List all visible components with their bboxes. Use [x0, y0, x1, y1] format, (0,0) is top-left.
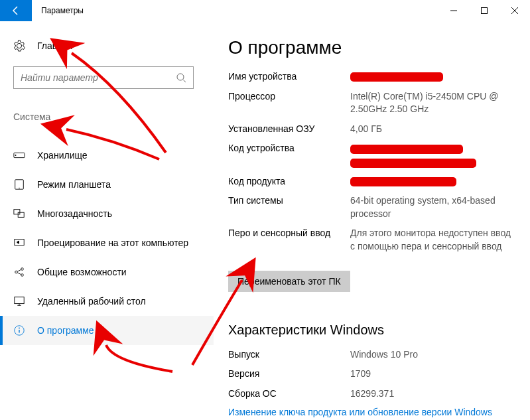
- svg-line-16: [17, 269, 21, 271]
- windows-specs-title: Характеристики Windows: [228, 322, 517, 338]
- spec-label: Код устройства: [228, 142, 350, 168]
- svg-point-4: [177, 74, 184, 80]
- spec-label: Перо и сенсорный ввод: [228, 227, 350, 253]
- spec-product-id: Код продукта: [228, 175, 517, 188]
- main: О программе Имя устройства Процессор Int…: [214, 21, 530, 420]
- spec-system-type: Тип системы 64-bit operating system, x64…: [228, 194, 517, 220]
- svg-point-14: [21, 268, 24, 271]
- spec-label: Процессор: [228, 90, 350, 116]
- svg-line-5: [183, 80, 186, 82]
- page-title: О программе: [228, 37, 517, 58]
- sidebar-item-label: О программе: [37, 325, 94, 336]
- svg-rect-11: [18, 212, 24, 217]
- svg-rect-10: [14, 210, 20, 214]
- change-product-key-link[interactable]: Изменение ключа продукта или обновление …: [228, 407, 517, 417]
- spec-label: Версия: [228, 368, 350, 381]
- search-input[interactable]: [21, 72, 176, 83]
- home-link[interactable]: Главная: [0, 35, 214, 57]
- spec-edition: Выпуск Windows 10 Pro: [228, 348, 517, 362]
- sidebar-item-projecting[interactable]: Проецирование на этот компьютер: [0, 228, 214, 257]
- search-icon: [176, 72, 186, 83]
- svg-point-7: [15, 155, 17, 156]
- spec-build: Сборка ОС 16299.371: [228, 387, 517, 401]
- titlebar: Параметры: [0, 0, 530, 21]
- remote-icon: [13, 295, 25, 307]
- sidebar-item-label: Хранилище: [37, 150, 88, 161]
- spec-value: Intel(R) Core(TM) i5-2450M CPU @ 2.50GHz…: [350, 90, 517, 116]
- spec-version: Версия 1709: [228, 368, 517, 381]
- sidebar-item-label: Общие возможности: [37, 267, 127, 277]
- spec-value: 64-bit operating system, x64-based proce…: [350, 194, 517, 220]
- svg-point-13: [15, 271, 18, 273]
- spec-ram: Установленная ОЗУ 4,00 ГБ: [228, 123, 517, 136]
- spec-value: 1709: [350, 368, 517, 381]
- sidebar-item-shared[interactable]: Общие возможности: [0, 257, 214, 287]
- close-icon: [511, 7, 518, 14]
- project-icon: [13, 237, 25, 249]
- minimize-icon: [450, 7, 457, 14]
- spec-value-redacted: [350, 142, 517, 168]
- maximize-button[interactable]: [469, 0, 499, 21]
- spec-label: Установленная ОЗУ: [228, 123, 350, 136]
- spec-value: Для этого монитора недоступен ввод с пом…: [350, 227, 517, 253]
- sidebar-item-label: Проецирование на этот компьютер: [37, 238, 188, 248]
- svg-rect-1: [482, 8, 488, 14]
- spec-value: 16299.371: [350, 387, 517, 401]
- spec-label: Тип системы: [228, 194, 350, 220]
- multitask-icon: [13, 208, 25, 220]
- sidebar-item-about[interactable]: О программе: [0, 316, 214, 345]
- arrow-left-icon: [11, 5, 21, 16]
- svg-point-23: [19, 328, 20, 329]
- spec-label: Сборка ОС: [228, 387, 350, 401]
- window-controls: [438, 0, 530, 21]
- minimize-button[interactable]: [438, 0, 469, 21]
- spec-device-id: Код устройства: [228, 142, 517, 168]
- home-label: Главная: [37, 40, 72, 51]
- rename-button[interactable]: Переименовать этот ПК: [228, 271, 350, 292]
- storage-icon: [13, 149, 25, 161]
- sidebar-item-label: Многозадачность: [37, 208, 112, 219]
- sidebar-item-multitask[interactable]: Многозадачность: [0, 199, 214, 228]
- maximize-icon: [481, 7, 488, 14]
- spec-value: Windows 10 Pro: [350, 348, 517, 362]
- spec-pen: Перо и сенсорный ввод Для этого монитора…: [228, 227, 517, 253]
- window-title: Параметры: [41, 6, 84, 15]
- sidebar-item-label: Удаленный рабочий стол: [37, 296, 146, 307]
- spec-label: Имя устройства: [228, 70, 350, 84]
- spec-value-redacted: [350, 175, 517, 188]
- sidebar: Главная Система Хранилище Режим планшета…: [0, 21, 214, 420]
- spec-label: Выпуск: [228, 348, 350, 362]
- sidebar-item-tablet[interactable]: Режим планшета: [0, 170, 214, 199]
- spec-label: Код продукта: [228, 175, 350, 188]
- gear-icon: [13, 40, 25, 52]
- spec-device-name: Имя устройства: [228, 70, 517, 84]
- svg-rect-18: [15, 297, 24, 304]
- svg-point-15: [21, 274, 24, 277]
- svg-line-17: [17, 273, 21, 275]
- tablet-icon: [13, 178, 25, 190]
- sidebar-item-storage[interactable]: Хранилище: [0, 141, 214, 170]
- category-label: Система: [13, 111, 214, 122]
- close-button[interactable]: [499, 0, 530, 21]
- info-icon: [13, 324, 25, 336]
- sidebar-item-remote[interactable]: Удаленный рабочий стол: [0, 287, 214, 316]
- spec-value: 4,00 ГБ: [350, 123, 517, 136]
- svg-point-9: [19, 188, 19, 188]
- search-box[interactable]: [13, 66, 194, 89]
- shared-icon: [13, 266, 25, 278]
- nav-list: Хранилище Режим планшета Многозадачность…: [0, 141, 214, 345]
- spec-processor: Процессор Intel(R) Core(TM) i5-2450M CPU…: [228, 90, 517, 116]
- sidebar-item-label: Режим планшета: [37, 179, 111, 190]
- spec-value-redacted: [350, 70, 517, 84]
- back-button[interactable]: [0, 0, 32, 21]
